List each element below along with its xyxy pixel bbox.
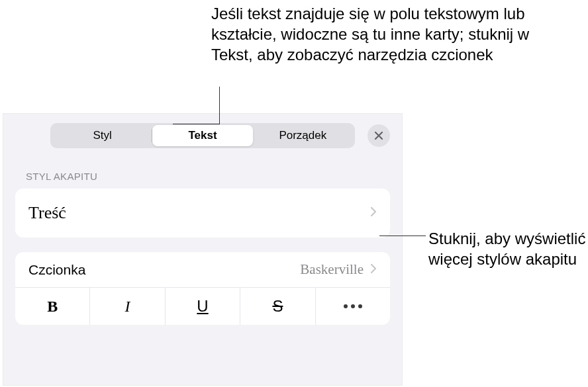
tab-arrange[interactable]: Porządek [253, 125, 353, 146]
strikethrough-icon: S [272, 297, 283, 316]
italic-button[interactable]: I [90, 288, 165, 325]
chevron-right-icon [370, 206, 377, 220]
bold-button[interactable]: B [15, 288, 90, 325]
callout-text-right: Stuknij, aby wyświetlić więcej stylów ak… [428, 228, 587, 269]
underline-button[interactable]: U [166, 288, 240, 325]
callout-leader-line [379, 236, 426, 236]
font-card: Czcionka Baskerville B I U S [15, 252, 390, 325]
font-row[interactable]: Czcionka Baskerville [15, 252, 390, 288]
format-panel: Styl Tekst Porządek STYL AKAPITU Treść C… [3, 114, 402, 385]
font-value: Baskerville [300, 261, 364, 278]
tab-style[interactable]: Styl [52, 125, 152, 146]
font-label: Czcionka [28, 262, 85, 278]
strikethrough-button[interactable]: S [240, 288, 315, 325]
tab-segmented-control: Styl Tekst Porządek [50, 123, 355, 148]
chevron-right-icon [370, 263, 377, 277]
italic-icon: I [125, 298, 130, 316]
more-options-button[interactable] [316, 288, 390, 325]
more-icon [344, 304, 362, 308]
paragraph-style-value: Treść [28, 203, 66, 223]
close-icon [374, 131, 383, 140]
tab-text[interactable]: Tekst [152, 125, 252, 146]
panel-header: Styl Tekst Porządek [3, 114, 402, 156]
bold-icon: B [47, 298, 58, 316]
close-button[interactable] [368, 124, 390, 147]
font-value-wrap: Baskerville [300, 261, 377, 278]
callout-text-top: Jeśli tekst znajduje się w polu tekstowy… [211, 3, 536, 65]
text-format-row: B I U S [15, 288, 390, 325]
callout-leader-line [219, 87, 220, 124]
underline-icon: U [197, 297, 208, 316]
paragraph-style-header: STYL AKAPITU [3, 156, 402, 189]
paragraph-style-row[interactable]: Treść [15, 189, 390, 237]
